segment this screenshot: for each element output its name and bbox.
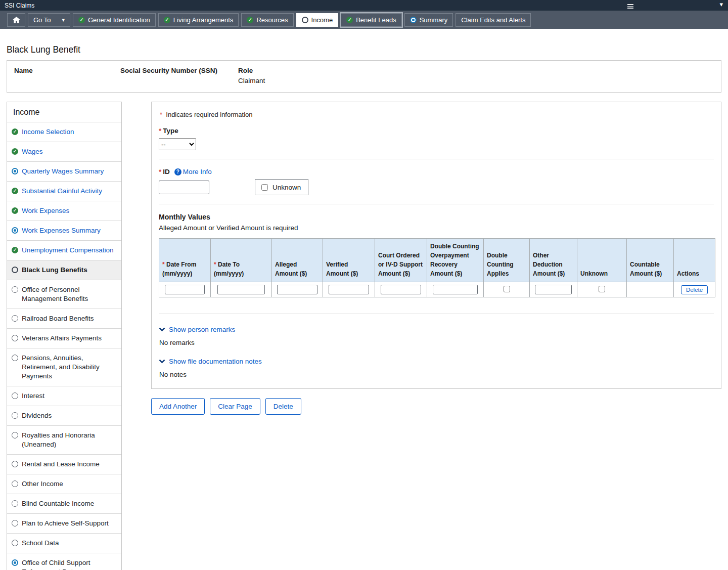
sidebar-item-label: Black Lung Benefits (22, 266, 87, 275)
sidebar-item-plan-to-achieve-self-support[interactable]: Plan to Achieve Self-Support (7, 513, 121, 533)
sidebar-item-dividends[interactable]: Dividends (7, 406, 121, 425)
role-label: Role (238, 67, 265, 74)
cell-other-deduction-amount (530, 282, 577, 297)
nav-tab-claim-edits-and-alerts[interactable]: Claim Edits and Alerts (456, 13, 531, 27)
monthly-values-row: Delete (159, 282, 715, 297)
check-circle-icon: ✓ (12, 128, 18, 135)
sidebar-item-wages[interactable]: ✓Wages (7, 142, 121, 161)
sidebar-item-rental-and-lease-income[interactable]: Rental and Lease Income (7, 454, 121, 474)
unknown-checkbox[interactable] (599, 286, 605, 292)
column-header-double-counting-applies: Double Counting Applies (484, 239, 530, 282)
sidebar-item-work-expenses-summary[interactable]: Work Expenses Summary (7, 221, 121, 240)
person-remarks-empty-text: No remarks (159, 339, 714, 346)
form-column: * Indicates required information *Type -… (151, 102, 721, 415)
double-counting-applies-checkbox[interactable] (504, 286, 510, 292)
sidebar-item-pensions-annuities-retirement-and-disability-payments[interactable]: Pensions, Annuities, Retirement, and Dis… (7, 348, 121, 386)
cell-alleged-amount (272, 282, 323, 297)
person-summary-box: Name Social Security Number (SSN) Role C… (7, 60, 721, 93)
more-info-link[interactable]: More Info (183, 168, 212, 176)
sidebar-item-other-income[interactable]: Other Income (7, 474, 121, 494)
sidebar-item-black-lung-benefits[interactable]: Black Lung Benefits (7, 260, 121, 280)
check-circle-icon: ✓ (78, 17, 85, 23)
sidebar-item-label: Quarterly Wages Summary (22, 167, 104, 176)
column-header-other-deduction-amount: Other Deduction Amount ($) (530, 239, 577, 282)
sidebar-item-blind-countable-income[interactable]: Blind Countable Income (7, 494, 121, 513)
nav-tab-label: Income (311, 16, 333, 24)
sidebar-item-office-of-personnel-management-benefits[interactable]: Office of Personnel Management Benefits (7, 280, 121, 309)
sidebar-item-veterans-affairs-payments[interactable]: Veterans Affairs Payments (7, 328, 121, 348)
chevron-down-icon (159, 359, 165, 364)
divider (159, 159, 714, 159)
date-to-mm-yyyy-input[interactable] (217, 285, 265, 294)
sidebar-item-unemployment-compensation[interactable]: ✓Unemployment Compensation (7, 240, 121, 260)
nav-tab-benefit-leads[interactable]: ✓Benefit Leads (341, 13, 402, 27)
sidebar-item-label: Office of Child Support Enforcement Data (22, 558, 116, 570)
more-info-question-icon[interactable]: ? (174, 168, 181, 176)
nav-tab-label: Claim Edits and Alerts (461, 16, 525, 24)
sidebar-item-interest[interactable]: Interest (7, 386, 121, 406)
check-circle-icon: ✓ (12, 207, 18, 214)
name-value (14, 77, 120, 85)
nav-tab-living-arrangements[interactable]: ✓Living Arrangements (158, 13, 239, 27)
add-another-button[interactable]: Add Another (151, 398, 205, 415)
target-circle-icon (12, 559, 18, 566)
home-icon (13, 17, 20, 23)
divider (159, 314, 714, 314)
sidebar-item-railroad-board-benefits[interactable]: Railroad Board Benefits (7, 309, 121, 328)
goto-dropdown-button[interactable]: Go To ▾ (28, 13, 70, 27)
id-unknown-checkbox[interactable] (261, 184, 268, 191)
ssn-label: Social Security Number (SSN) (120, 67, 238, 74)
required-asterisk: * (160, 111, 162, 118)
date-from-mm-yyyy-input[interactable] (165, 285, 205, 294)
open-circle-icon (302, 17, 308, 23)
menu-icon[interactable] (627, 3, 633, 10)
verified-amount-input[interactable] (329, 285, 370, 294)
id-row: Unknown (159, 179, 714, 195)
sidebar-item-label: Blind Countable Income (22, 499, 94, 508)
id-input[interactable] (159, 181, 209, 194)
empty-circle-icon (12, 432, 18, 439)
sidebar-item-income-selection[interactable]: ✓Income Selection (7, 122, 121, 142)
cell-unknown (577, 282, 627, 297)
other-deduction-amount-input[interactable] (535, 285, 572, 294)
nav-tab-resources[interactable]: ✓Resources (241, 13, 293, 27)
nav-tab-income[interactable]: Income (296, 13, 339, 27)
name-label: Name (14, 67, 120, 74)
double-counting-overpayment-recovery-amount-input[interactable] (433, 285, 478, 294)
type-select[interactable]: -- (159, 138, 196, 150)
delete-button[interactable]: Delete (265, 398, 301, 415)
home-button[interactable] (7, 13, 25, 27)
alleged-amount-input[interactable] (277, 285, 317, 294)
check-circle-icon: ✓ (346, 17, 353, 23)
column-header-court-ordered-or-iv-d-support-amount: Court Ordered or IV-D Support Amount ($) (375, 239, 427, 282)
empty-circle-icon (12, 392, 18, 399)
row-delete-button[interactable]: Delete (681, 285, 708, 294)
sidebar-item-label: Plan to Achieve Self-Support (22, 519, 109, 528)
nav-tab-label: Living Arrangements (173, 16, 234, 24)
check-circle-icon: ✓ (12, 148, 18, 155)
id-label: ID (163, 168, 170, 176)
check-circle-icon: ✓ (12, 247, 18, 253)
monthly-values-table: * Date From (mm/yyyy)* Date To (mm/yyyy)… (159, 238, 715, 297)
sidebar-item-royalties-and-honoraria-unearned[interactable]: Royalties and Honoraria (Unearned) (7, 425, 121, 454)
sidebar-item-school-data[interactable]: School Data (7, 533, 121, 553)
nav-tab-summary[interactable]: Summary (404, 13, 453, 27)
clear-page-button[interactable]: Clear Page (210, 398, 260, 415)
id-unknown-box[interactable]: Unknown (255, 179, 308, 195)
sidebar-item-work-expenses[interactable]: ✓Work Expenses (7, 201, 121, 221)
check-circle-icon: ✓ (164, 17, 170, 23)
column-header-unknown: Unknown (577, 239, 627, 282)
titlebar-caret-down-icon[interactable]: ▾ (719, 1, 723, 8)
sidebar-item-label: Royalties and Honoraria (Unearned) (22, 431, 116, 449)
cell-date-from-mm-yyyy (159, 282, 211, 297)
court-ordered-or-iv-d-support-amount-input[interactable] (381, 285, 422, 294)
monthly-values-header-row: * Date From (mm/yyyy)* Date To (mm/yyyy)… (159, 239, 715, 282)
page-body: Black Lung Benefit Name Social Security … (0, 45, 728, 570)
sidebar-item-quarterly-wages-summary[interactable]: Quarterly Wages Summary (7, 161, 121, 181)
sidebar-item-office-of-child-support-enforcement-data[interactable]: Office of Child Support Enforcement Data (7, 553, 121, 570)
app-title: SSI Claims (5, 2, 34, 9)
show-person-remarks-toggle[interactable]: Show person remarks (159, 326, 235, 333)
sidebar-item-substantial-gainful-activity[interactable]: ✓Substantial Gainful Activity (7, 181, 121, 201)
show-file-documentation-notes-toggle[interactable]: Show file documentation notes (159, 358, 262, 365)
nav-tab-general-identification[interactable]: ✓General Identification (73, 13, 156, 27)
